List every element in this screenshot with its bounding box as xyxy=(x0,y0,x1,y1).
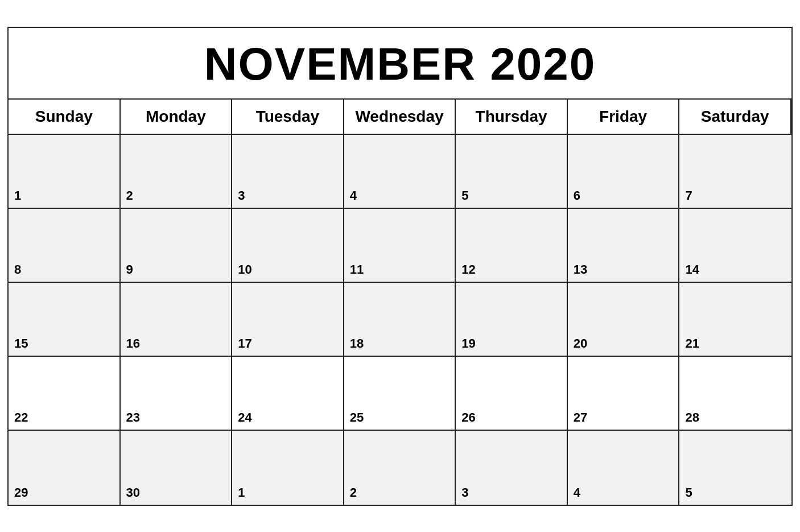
day-cell[interactable]: 19 xyxy=(456,283,568,357)
day-cell[interactable]: 15 xyxy=(9,283,121,357)
day-cell[interactable]: 5 xyxy=(679,431,791,505)
day-cell[interactable]: 2 xyxy=(344,431,456,505)
day-number: 18 xyxy=(350,336,364,351)
day-number: 19 xyxy=(461,336,475,351)
day-number: 26 xyxy=(461,410,475,425)
day-cell[interactable]: 2 xyxy=(121,135,233,209)
calendar: NOVEMBER 2020 SundayMondayTuesdayWednesd… xyxy=(7,27,793,506)
day-cell[interactable]: 12 xyxy=(456,209,568,283)
day-number: 15 xyxy=(14,336,28,351)
day-cell[interactable]: 7 xyxy=(679,135,791,209)
day-number: 27 xyxy=(574,410,587,425)
day-cell[interactable]: 25 xyxy=(344,357,456,431)
day-header: Wednesday xyxy=(344,100,456,135)
day-number: 30 xyxy=(126,485,140,500)
day-number: 10 xyxy=(238,262,251,277)
day-number: 6 xyxy=(574,188,580,203)
day-number: 5 xyxy=(461,188,468,203)
day-number: 13 xyxy=(574,262,587,277)
day-cell[interactable]: 10 xyxy=(232,209,344,283)
day-number: 17 xyxy=(238,336,251,351)
day-cell[interactable]: 14 xyxy=(679,209,791,283)
day-number: 7 xyxy=(685,188,692,203)
day-cell[interactable]: 16 xyxy=(121,283,233,357)
day-number: 25 xyxy=(350,410,364,425)
day-cell[interactable]: 13 xyxy=(568,209,680,283)
day-number: 3 xyxy=(461,485,468,500)
day-cell[interactable]: 1 xyxy=(9,135,121,209)
day-number: 23 xyxy=(126,410,140,425)
day-header: Thursday xyxy=(456,100,568,135)
day-cell[interactable]: 5 xyxy=(456,135,568,209)
day-number: 9 xyxy=(126,262,133,277)
day-cell[interactable]: 8 xyxy=(9,209,121,283)
day-number: 28 xyxy=(685,410,699,425)
day-number: 29 xyxy=(14,485,28,500)
day-number: 22 xyxy=(14,410,28,425)
day-number: 2 xyxy=(350,485,357,500)
day-cell[interactable]: 17 xyxy=(232,283,344,357)
calendar-grid: SundayMondayTuesdayWednesdayThursdayFrid… xyxy=(9,100,791,505)
day-number: 20 xyxy=(574,336,587,351)
day-cell[interactable]: 11 xyxy=(344,209,456,283)
day-number: 5 xyxy=(685,485,692,500)
day-cell[interactable]: 20 xyxy=(568,283,680,357)
day-cell[interactable]: 1 xyxy=(232,431,344,505)
day-header: Tuesday xyxy=(232,100,344,135)
day-header: Friday xyxy=(568,100,680,135)
day-header: Saturday xyxy=(679,100,791,135)
day-cell[interactable]: 3 xyxy=(456,431,568,505)
day-number: 1 xyxy=(14,188,21,203)
day-cell[interactable]: 27 xyxy=(568,357,680,431)
day-number: 16 xyxy=(126,336,140,351)
day-header: Monday xyxy=(121,100,233,135)
day-cell[interactable]: 24 xyxy=(232,357,344,431)
day-cell[interactable]: 4 xyxy=(568,431,680,505)
day-cell[interactable]: 9 xyxy=(121,209,233,283)
day-header: Sunday xyxy=(9,100,121,135)
day-number: 12 xyxy=(461,262,475,277)
day-cell[interactable]: 23 xyxy=(121,357,233,431)
day-number: 8 xyxy=(14,262,21,277)
day-cell[interactable]: 6 xyxy=(568,135,680,209)
day-cell[interactable]: 4 xyxy=(344,135,456,209)
day-number: 14 xyxy=(685,262,699,277)
day-cell[interactable]: 29 xyxy=(9,431,121,505)
calendar-title: NOVEMBER 2020 xyxy=(9,28,791,100)
day-cell[interactable]: 18 xyxy=(344,283,456,357)
day-cell[interactable]: 28 xyxy=(679,357,791,431)
day-cell[interactable]: 3 xyxy=(232,135,344,209)
day-number: 11 xyxy=(350,262,364,277)
day-number: 4 xyxy=(574,485,580,500)
day-number: 3 xyxy=(238,188,245,203)
day-number: 4 xyxy=(350,188,357,203)
day-number: 24 xyxy=(238,410,251,425)
day-cell[interactable]: 26 xyxy=(456,357,568,431)
day-number: 21 xyxy=(685,336,699,351)
day-cell[interactable]: 22 xyxy=(9,357,121,431)
day-number: 2 xyxy=(126,188,133,203)
day-cell[interactable]: 21 xyxy=(679,283,791,357)
day-number: 1 xyxy=(238,485,245,500)
day-cell[interactable]: 30 xyxy=(121,431,233,505)
